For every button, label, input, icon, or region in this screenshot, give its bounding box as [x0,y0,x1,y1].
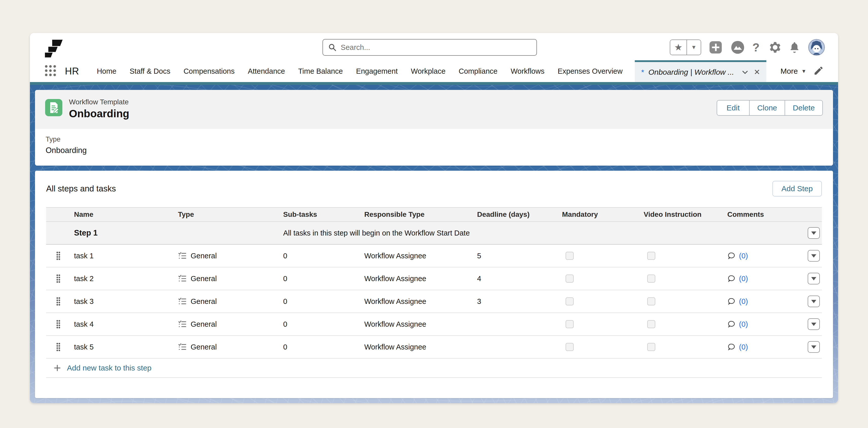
drag-handle-icon[interactable] [46,320,74,329]
task-row-menu-button[interactable] [808,250,820,262]
comments-count-link[interactable]: (0) [739,274,748,283]
task-row-menu-button[interactable] [808,273,820,285]
task-subtasks: 0 [283,274,364,283]
favorites-star-icon[interactable]: ★ [670,40,687,55]
task-responsible-type: Workflow Assignee [364,252,477,260]
task-name[interactable]: task 5 [74,343,178,351]
task-deadline: 3 [477,297,562,306]
video-instruction-checkbox[interactable] [647,343,655,351]
trailhead-icon[interactable] [730,40,745,55]
steps-tasks-panel: All steps and tasks Add Step Name Type S… [35,171,833,398]
app-nav-bar: HR Home Staff & Docs Compensations Atten… [30,60,838,82]
nav-item-staff-docs[interactable]: Staff & Docs [129,67,170,75]
delete-button[interactable]: Delete [785,101,823,115]
video-instruction-checkbox[interactable] [647,320,655,328]
comments-count-link[interactable]: (0) [739,320,748,328]
task-row: task 4 General 0 Workflow Assignee (0) [46,313,822,336]
nav-item-expenses-overview[interactable]: Expenses Overview [558,67,623,75]
task-name[interactable]: task 1 [74,252,178,260]
help-icon[interactable]: ? [752,40,760,54]
notifications-bell-icon[interactable] [788,41,801,54]
clone-button[interactable]: Clone [750,101,785,115]
add-step-button[interactable]: Add Step [772,181,822,197]
favorites-caret-icon[interactable]: ▼ [687,40,701,55]
task-row-menu-button[interactable] [808,341,820,353]
checklist-icon [178,343,187,351]
active-tab-onboarding-workflow[interactable]: * Onboarding | Workflow ... ✕ [635,60,766,82]
task-row: task 2 General 0 Workflow Assignee 4 (0) [46,267,822,290]
column-header-comments: Comments [727,210,791,219]
setup-gear-icon[interactable] [767,40,781,55]
steps-table: Name Type Sub-tasks Responsible Type Dea… [46,207,822,378]
step-row-menu-button[interactable] [808,227,820,239]
nav-item-workflows[interactable]: Workflows [510,67,544,75]
task-subtasks: 0 [283,252,364,260]
tab-close-icon[interactable]: ✕ [754,68,760,76]
nav-item-home[interactable]: Home [97,67,116,75]
nav-item-engagement[interactable]: Engagement [356,67,398,75]
task-name[interactable]: task 2 [74,274,178,283]
global-search [322,39,537,56]
task-row-menu-button[interactable] [808,296,820,307]
video-instruction-checkbox[interactable] [647,297,655,305]
task-name[interactable]: task 3 [74,297,178,306]
comments-count-link[interactable]: (0) [739,252,748,260]
comment-bubble-icon [727,343,736,351]
app-name: HR [65,66,79,77]
column-header-deadline: Deadline (days) [477,210,562,219]
nav-item-compliance[interactable]: Compliance [459,67,497,75]
mandatory-checkbox[interactable] [565,252,574,260]
task-row-menu-button[interactable] [808,318,820,330]
checklist-icon [178,320,187,328]
search-input[interactable] [341,43,531,52]
workflow-template-icon [45,99,62,116]
app-window: ★ ▼ ? [30,33,838,403]
task-subtasks: 0 [283,343,364,351]
unsaved-marker: * [641,68,644,76]
column-header-name: Name [74,210,178,219]
add-plus-icon[interactable] [708,40,723,55]
mandatory-checkbox[interactable] [565,320,574,328]
type-field-label: Type [45,135,823,143]
drag-handle-icon[interactable] [46,274,74,283]
comment-bubble-icon [727,252,736,260]
app-launcher-waffle-icon[interactable] [44,64,57,78]
type-field-value: Onboarding [45,146,823,155]
nav-item-compensations[interactable]: Compensations [184,67,235,75]
comments-count-link[interactable]: (0) [739,297,748,306]
drag-handle-icon[interactable] [46,297,74,306]
nav-more-menu[interactable]: More ▼ [780,67,806,75]
user-avatar[interactable] [808,39,825,56]
task-name[interactable]: task 4 [74,320,178,328]
edit-button[interactable]: Edit [717,101,750,115]
column-header-responsible-type: Responsible Type [364,210,477,219]
page-canvas: Workflow Template Onboarding Edit Clone … [30,85,838,403]
company-logo-icon [43,37,65,59]
task-row: task 1 General 0 Workflow Assignee 5 (0) [46,245,822,267]
mandatory-checkbox[interactable] [565,343,574,351]
mandatory-checkbox[interactable] [565,297,574,305]
nav-item-time-balance[interactable]: Time Balance [298,67,343,75]
brand-color-bar [30,82,838,85]
task-subtasks: 0 [283,320,364,328]
tab-chevron-down-icon[interactable] [741,68,749,76]
video-instruction-checkbox[interactable] [647,252,655,260]
global-header: ★ ▼ ? [30,33,838,60]
nav-item-attendance[interactable]: Attendance [248,67,285,75]
add-task-label: Add new task to this step [67,364,152,372]
record-header-card: Workflow Template Onboarding Edit Clone … [35,90,833,166]
edit-nav-pencil-icon[interactable] [813,65,824,77]
add-task-link[interactable]: Add new task to this step [46,359,822,378]
comments-count-link[interactable]: (0) [739,343,748,351]
nav-item-workplace[interactable]: Workplace [411,67,445,75]
mandatory-checkbox[interactable] [565,274,574,283]
task-type: General [191,297,217,306]
task-row: task 3 General 0 Workflow Assignee 3 (0) [46,290,822,313]
drag-handle-icon[interactable] [46,251,74,260]
video-instruction-checkbox[interactable] [647,274,655,283]
table-header-row: Name Type Sub-tasks Responsible Type Dea… [46,207,822,222]
drag-handle-icon[interactable] [46,342,74,352]
comment-bubble-icon [727,297,736,306]
column-header-type: Type [178,210,283,219]
comment-bubble-icon [727,274,736,283]
